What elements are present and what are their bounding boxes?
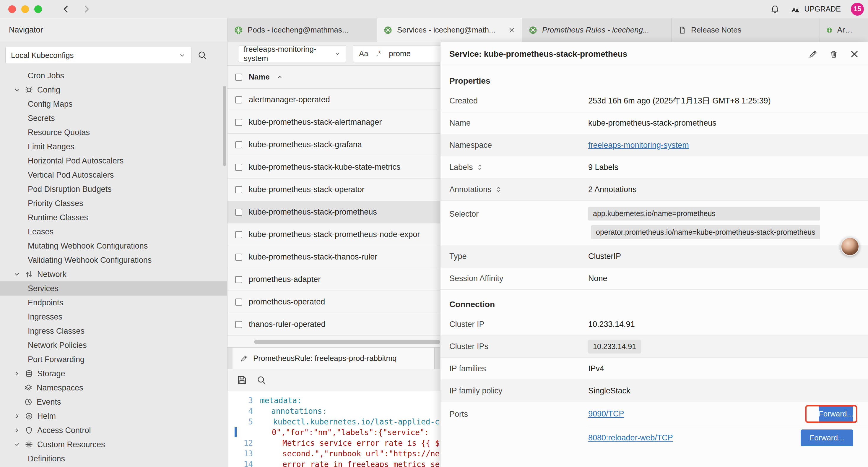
forward-icon[interactable] (82, 4, 92, 14)
row-checkbox[interactable] (235, 164, 242, 171)
match-case-toggle[interactable]: Aa (359, 49, 368, 58)
line-number: 5 (227, 417, 260, 426)
sidebar-item-mutating-webhook-configurations[interactable]: Mutating Webhook Configurations (0, 239, 227, 253)
row-checkbox[interactable] (235, 96, 242, 104)
sidebar-item-label: Endpoints (28, 298, 63, 308)
sidebar-scrollbar[interactable] (223, 86, 226, 166)
port-link[interactable]: 9090/TCP (588, 409, 624, 418)
expand-collapse-icon[interactable] (495, 185, 502, 193)
row-value[interactable]: 2 Annotations (588, 185, 637, 194)
sidebar-item-limit-ranges[interactable]: Limit Ranges (0, 140, 227, 154)
notification-badge[interactable]: 15 (851, 3, 864, 16)
forward-button[interactable]: Forward... (801, 430, 853, 446)
row-checkbox[interactable] (235, 321, 242, 328)
detail-row-namespace: Namespace freeleaps-monitoring-system (440, 134, 868, 156)
row-label: IP families (450, 364, 588, 373)
service-name: prometheus-adapter (249, 275, 320, 284)
row-checkbox[interactable] (235, 141, 242, 148)
sidebar-item-priority-classes[interactable]: Priority Classes (0, 196, 227, 210)
sidebar-item-access-control[interactable]: Access Control (0, 423, 227, 437)
sidebar-item-ingresses[interactable]: Ingresses (0, 310, 227, 324)
regex-toggle[interactable]: .* (376, 49, 381, 58)
sidebar-item-port-forwarding[interactable]: Port Forwarding (0, 352, 227, 367)
tab-prometheus-rules[interactable]: Prometheus Rules - icecheng... (522, 18, 672, 42)
row-checkbox[interactable] (235, 254, 242, 261)
horizontal-scrollbar[interactable] (254, 340, 440, 344)
sidebar-item-network-policies[interactable]: Network Policies (0, 338, 227, 352)
sidebar-item-helm[interactable]: Helm (0, 409, 227, 423)
save-icon[interactable] (236, 375, 248, 386)
sidebar-item-resource-quotas[interactable]: Resource Quotas (0, 125, 227, 140)
helm-icon (25, 412, 33, 420)
close-icon[interactable] (850, 49, 859, 59)
sidebar: Local Kubeconfigs Cron Jobs Config Confi… (0, 42, 227, 467)
detail-panel: Service: kube-prometheus-stack-prometheu… (440, 42, 868, 467)
sidebar-item-cron-jobs[interactable]: Cron Jobs (0, 68, 227, 83)
port-entry: 8080:reloader-web/TCP Forward... (588, 426, 868, 449)
kubeconfig-select[interactable]: Local Kubeconfigs (5, 47, 191, 64)
tab-label: Services - icecheng@math... (397, 25, 495, 35)
user-avatar[interactable] (840, 237, 860, 256)
sort-asc-icon[interactable] (276, 74, 283, 81)
edit-icon[interactable] (808, 49, 818, 59)
service-name: prometheus-operated (249, 297, 325, 307)
custom-resources-icon (25, 440, 33, 449)
sidebar-item-pod-disruption-budgets[interactable]: Pod Disruption Budgets (0, 182, 227, 196)
selector-chip: app.kubernetes.io/name=prometheus (588, 207, 820, 221)
sidebar-item-label: Leases (28, 227, 54, 236)
tab-pods[interactable]: Pods - icecheng@mathmas... (227, 18, 377, 42)
detail-row-ports: Ports 9090/TCP Forward... 8080:reloader-… (440, 402, 868, 449)
sidebar-item-services[interactable]: Services (0, 282, 227, 296)
row-checkbox[interactable] (235, 209, 242, 216)
row-value[interactable]: 9 Labels (588, 163, 618, 172)
sidebar-item-runtime-classes[interactable]: Runtime Classes (0, 210, 227, 225)
maximize-window-button[interactable] (34, 5, 42, 13)
sidebar-item-leases[interactable]: Leases (0, 225, 227, 239)
sidebar-item-namespaces[interactable]: Namespaces (0, 381, 227, 395)
sidebar-item-custom-resources[interactable]: Custom Resources (0, 437, 227, 451)
service-name: kube-prometheus-stack-kube-state-metrics (249, 163, 400, 172)
sidebar-item-vertical-pod-autoscalers[interactable]: Vertical Pod Autoscalers (0, 168, 227, 182)
detail-row-session-affinity: Session Affinity None (440, 267, 868, 290)
sidebar-item-horizontal-pod-autoscalers[interactable]: Horizontal Pod Autoscalers (0, 154, 227, 168)
tab-label: Argo Se (837, 25, 857, 35)
port-link[interactable]: 8080:reloader-web/TCP (588, 433, 673, 442)
row-checkbox[interactable] (235, 119, 242, 126)
sidebar-item-endpoints[interactable]: Endpoints (0, 296, 227, 310)
row-checkbox[interactable] (235, 298, 242, 305)
sidebar-item-config-maps[interactable]: Config Maps (0, 97, 227, 111)
sidebar-item-label: Ingresses (28, 313, 62, 322)
forward-button[interactable]: Forward... (819, 406, 853, 422)
back-icon[interactable] (61, 4, 71, 14)
row-checkbox[interactable] (235, 276, 242, 283)
expand-collapse-icon[interactable] (476, 164, 483, 171)
sidebar-item-config[interactable]: Config (0, 83, 227, 97)
tab-release-notes[interactable]: Release Notes (672, 18, 820, 42)
name-column-header[interactable]: Name (249, 72, 270, 82)
sidebar-item-events[interactable]: Events (0, 395, 227, 409)
row-checkbox[interactable] (235, 231, 242, 238)
tab-argo[interactable]: Argo Se (820, 18, 863, 42)
chevron-right-icon (13, 412, 21, 420)
sidebar-item-secrets[interactable]: Secrets (0, 111, 227, 125)
sidebar-item-validating-webhook-configurations[interactable]: Validating Webhook Configurations (0, 253, 227, 267)
search-icon[interactable] (256, 375, 267, 385)
tab-services[interactable]: Services - icecheng@math... (377, 18, 522, 42)
sidebar-item-network[interactable]: Network (0, 267, 227, 282)
sidebar-item-ingress-classes[interactable]: Ingress Classes (0, 324, 227, 338)
sidebar-item-definitions[interactable]: Definitions (0, 451, 227, 466)
close-window-button[interactable] (8, 5, 16, 13)
search-icon[interactable] (197, 50, 208, 60)
row-checkbox[interactable] (235, 186, 242, 193)
close-tab-icon[interactable] (508, 27, 515, 34)
select-all-checkbox[interactable] (235, 74, 242, 81)
editor-tab-prometheusrule[interactable]: PrometheusRule: freeleaps-prod-rabbitmq (232, 348, 435, 369)
minimize-window-button[interactable] (21, 5, 29, 13)
delete-icon[interactable] (829, 49, 838, 59)
bell-icon[interactable] (770, 4, 780, 14)
upgrade-button[interactable]: UPGRADE (790, 5, 841, 13)
sidebar-item-storage[interactable]: Storage (0, 367, 227, 381)
namespace-link[interactable]: freeleaps-monitoring-system (588, 141, 689, 150)
namespace-select[interactable]: freeleaps-monitoring-system (238, 45, 346, 62)
service-name: kube-prometheus-stack-alertmanager (249, 118, 382, 127)
